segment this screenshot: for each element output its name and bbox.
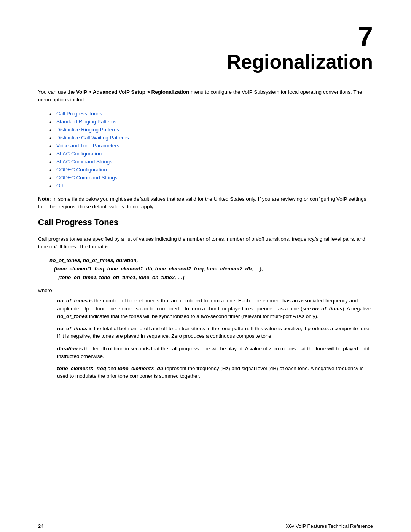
list-item: SLAC Command Strings [49,159,373,165]
chapter-number: 7 [38,23,373,50]
menu-list: Call Progress Tones Standard Ringing Pat… [49,111,373,189]
list-item: Other [49,183,373,189]
codec-command-strings-link[interactable]: CODEC Command Strings [56,175,118,181]
other-link[interactable]: Other [56,183,69,189]
list-item: Call Progress Tones [49,111,373,117]
list-item: CODEC Configuration [49,167,373,173]
definition-no-of-times: no_of_times is the total of both on-to-o… [57,325,373,340]
standard-ringing-patterns-link[interactable]: Standard Ringing Patterns [56,119,116,125]
note-text: : In some fields below you might see def… [38,196,366,209]
note-paragraph: Note: In some fields below you might see… [38,195,373,211]
code-line-2: {tone_element1_freq, tone_element1_db, t… [49,265,373,273]
page-container: 7 Regionalization You can use the VoIP >… [0,0,411,532]
definitions-block: no_of_tones is the number of tone elemen… [57,297,373,380]
code-line-3: {tone_on_time1, tone_off_time1, tone_on_… [49,273,373,282]
distinctive-call-waiting-patterns-link[interactable]: Distinctive Call Waiting Patterns [56,135,129,141]
definition-no-of-tones: no_of_tones is the number of tone elemen… [57,297,373,320]
slac-command-strings-link[interactable]: SLAC Command Strings [56,159,112,165]
footer-page-number: 24 [38,523,43,529]
note-label: Note [38,196,49,202]
list-item: Voice and Tone Parameters [49,143,373,149]
list-item: CODEC Command Strings [49,175,373,181]
voice-tone-parameters-link[interactable]: Voice and Tone Parameters [56,143,119,149]
list-item: SLAC Configuration [49,151,373,157]
definition-duration: duration is the length of time in second… [57,345,373,361]
intro-bold: VoIP > Advanced VoIP Setup > Regionaliza… [76,89,189,95]
code-block: no_of_tones, no_of_times, duration, {ton… [49,256,373,283]
codec-configuration-link[interactable]: CODEC Configuration [56,167,107,173]
section-heading-call-progress-tones: Call Progress Tones [38,217,373,230]
page-footer: 24 X6v VoIP Features Technical Reference [0,520,411,532]
code-line-1: no_of_tones, no_of_times, duration, [49,256,373,265]
intro-text-before: You can use the [38,89,76,95]
list-item: Distinctive Call Waiting Patterns [49,135,373,141]
content-area: 7 Regionalization You can use the VoIP >… [0,0,411,520]
chapter-title: Regionalization [38,50,373,73]
footer-product-name: X6v VoIP Features Technical Reference [286,523,373,529]
distinctive-ringing-patterns-link[interactable]: Distinctive Ringing Patterns [56,127,119,133]
slac-configuration-link[interactable]: SLAC Configuration [56,151,102,157]
where-label: where: [38,288,373,293]
intro-paragraph: You can use the VoIP > Advanced VoIP Set… [38,88,373,104]
list-item: Distinctive Ringing Patterns [49,127,373,133]
list-item: Standard Ringing Patterns [49,119,373,125]
section-intro-paragraph: Call progress tones are specified by a l… [38,235,373,251]
definition-tone-element-freq-db: tone_elementX_freq and tone_elementX_db … [57,365,373,380]
call-progress-tones-link[interactable]: Call Progress Tones [56,111,102,117]
